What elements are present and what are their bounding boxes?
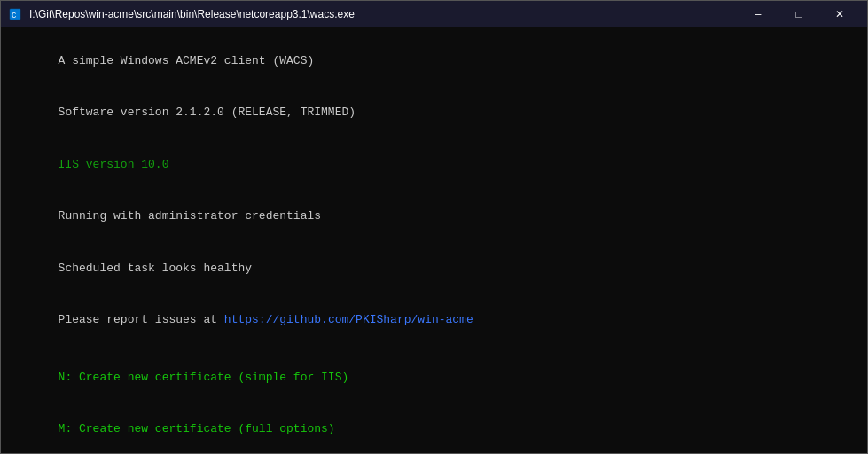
window-icon: C [8,7,22,21]
github-link: https://github.com/PKISharp/win-acme [224,313,473,326]
line-software-version: Software version 2.1.2.0 (RELEASE, TRIMM… [10,87,858,139]
line-menu-m: M: Create new certificate (full options) [10,403,858,454]
window-controls: – □ ✕ [738,1,860,27]
line-acme-header: A simple Windows ACMEv2 client (WACS) [10,35,858,87]
line-report-prefix: Please report issues at [51,313,224,326]
terminal-body[interactable]: A simple Windows ACMEv2 client (WACS) So… [1,27,867,453]
terminal-window: C I:\Git\Repos\win-acme\src\main\bin\Rel… [0,0,868,454]
close-button[interactable]: ✕ [819,1,860,27]
window-title: I:\Git\Repos\win-acme\src\main\bin\Relea… [29,8,738,20]
maximize-button[interactable]: □ [778,1,819,27]
minimize-button[interactable]: – [738,1,778,27]
line-scheduled-task: Scheduled task looks healthy [10,242,858,294]
line-report-issues: Please report issues at https://github.c… [10,294,858,347]
svg-text:C: C [12,12,17,20]
line-menu-n: N: Create new certificate (simple for II… [10,351,858,403]
title-bar: C I:\Git\Repos\win-acme\src\main\bin\Rel… [1,1,867,27]
line-admin-credentials: Running with administrator credentials [10,191,858,243]
line-iis-version: IIS version 10.0 [10,138,858,191]
